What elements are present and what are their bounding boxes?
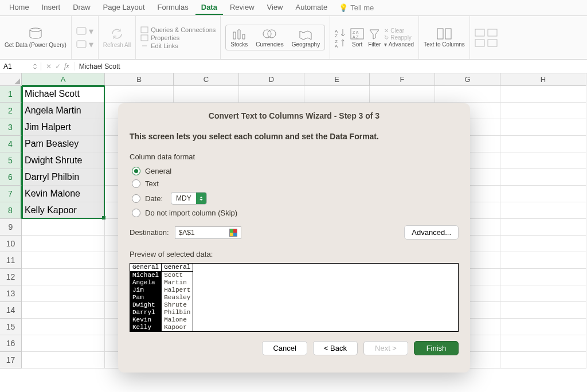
sort-desc-icon[interactable]: ZA (335, 38, 346, 48)
cancel-button[interactable]: Cancel (262, 341, 307, 355)
row-header[interactable]: 14 (0, 302, 22, 319)
text-to-columns-button[interactable]: Text to Columns (424, 28, 465, 48)
col-header-H[interactable]: H (500, 73, 586, 86)
tab-data[interactable]: Data (195, 1, 223, 15)
cell[interactable] (500, 86, 586, 103)
currencies-type[interactable]: Currencies (256, 28, 283, 48)
row-header[interactable]: 3 (0, 119, 22, 136)
cell[interactable] (500, 302, 586, 319)
cell[interactable]: Michael Scott (22, 86, 105, 103)
data-types[interactable]: Stocks Currencies Geography (225, 25, 325, 50)
date-format-select[interactable]: MDY (171, 192, 207, 205)
cell[interactable]: Dwight Shrute (22, 152, 105, 169)
tab-review[interactable]: Review (224, 1, 260, 15)
tab-view[interactable]: View (261, 1, 289, 15)
tab-insert[interactable]: Insert (36, 1, 66, 15)
row-header[interactable]: 5 (0, 152, 22, 169)
tell-me[interactable]: 💡 Tell me (339, 3, 374, 12)
tab-home[interactable]: Home (3, 1, 35, 15)
sort-button[interactable]: Z AA Z Sort (350, 28, 365, 48)
fx-icon[interactable]: fx (64, 62, 69, 70)
refresh-all-button[interactable]: Refresh All (103, 27, 131, 48)
cell[interactable] (500, 119, 586, 136)
cell[interactable] (22, 302, 105, 319)
row-header[interactable]: 1 (0, 86, 22, 103)
range-picker-icon[interactable] (229, 229, 237, 237)
cell[interactable] (500, 269, 586, 285)
flash-fill-icon[interactable] (475, 29, 485, 37)
filter-reapply[interactable]: ↻ Reapply (384, 34, 414, 41)
cell[interactable] (22, 319, 105, 335)
cell[interactable] (304, 86, 370, 103)
radio-general[interactable]: General (132, 167, 459, 175)
cell[interactable] (105, 86, 174, 103)
radio-skip[interactable]: Do not import column (Skip) (132, 209, 459, 217)
cell[interactable] (22, 285, 105, 302)
back-button[interactable]: < Back (313, 341, 358, 355)
stocks-type[interactable]: Stocks (230, 28, 248, 48)
cell[interactable] (22, 269, 105, 285)
cell[interactable] (500, 335, 586, 352)
row-header[interactable]: 12 (0, 269, 22, 285)
get-data-button[interactable]: Get Data (Power Query) (5, 27, 66, 48)
cell[interactable] (22, 352, 105, 369)
cell[interactable] (500, 352, 586, 369)
advanced-button[interactable]: Advanced... (404, 225, 459, 240)
preview-box[interactable]: GeneralGeneralMichaelScottAngelaMartinJi… (130, 263, 459, 332)
row-header[interactable]: 4 (0, 136, 22, 152)
destination-input[interactable]: $A$1 (175, 226, 241, 239)
filter-advanced[interactable]: ▾ Advanced (384, 41, 414, 48)
col-header-C[interactable]: C (174, 73, 239, 86)
col-header-E[interactable]: E (304, 73, 370, 86)
tab-page-layout[interactable]: Page Layout (97, 1, 151, 15)
cell[interactable]: Kelly Kapoor (22, 202, 105, 219)
geography-type[interactable]: Geography (292, 28, 320, 48)
cell[interactable] (239, 86, 304, 103)
row-header[interactable]: 10 (0, 236, 22, 252)
cell[interactable] (22, 252, 105, 269)
tab-automate[interactable]: Automate (290, 1, 334, 15)
formula-content[interactable]: Michael Scott (75, 62, 125, 70)
row-header[interactable]: 17 (0, 352, 22, 369)
remove-dup-icon[interactable] (487, 29, 498, 37)
cell[interactable] (500, 103, 586, 119)
radio-date[interactable]: Date: MDY (132, 192, 459, 205)
cell[interactable] (500, 186, 586, 202)
select-all-corner[interactable] (0, 73, 22, 86)
cell[interactable] (500, 152, 586, 169)
cell[interactable] (500, 169, 586, 186)
filter-button[interactable]: Filter (368, 28, 381, 48)
cell[interactable] (370, 86, 435, 103)
row-header[interactable]: 7 (0, 186, 22, 202)
data-val-icon[interactable] (475, 39, 485, 47)
col-header-G[interactable]: G (435, 73, 500, 86)
cell[interactable]: Kevin Malone (22, 186, 105, 202)
cell[interactable] (22, 236, 105, 252)
cell[interactable] (500, 236, 586, 252)
cell[interactable]: Pam Beasley (22, 136, 105, 152)
col-header-D[interactable]: D (239, 73, 304, 86)
cell[interactable] (500, 219, 586, 236)
finish-button[interactable]: Finish (414, 341, 459, 355)
name-box[interactable]: A1 (0, 62, 41, 70)
sort-asc-icon[interactable]: AZ (335, 28, 346, 37)
cell[interactable] (500, 136, 586, 152)
cell[interactable] (500, 285, 586, 302)
col-header-F[interactable]: F (370, 73, 435, 86)
cell[interactable]: Jim Halpert (22, 119, 105, 136)
filter-clear[interactable]: ✕ Clear (384, 28, 414, 34)
col-header-B[interactable]: B (105, 73, 174, 86)
row-header[interactable]: 11 (0, 252, 22, 269)
cell[interactable] (435, 86, 500, 103)
row-header[interactable]: 15 (0, 319, 22, 335)
tab-formulas[interactable]: Formulas (152, 1, 194, 15)
cancel-formula-icon[interactable]: ✕ (46, 62, 52, 70)
row-header[interactable]: 9 (0, 219, 22, 236)
col-header-A[interactable]: A (22, 73, 105, 86)
row-header[interactable]: 13 (0, 285, 22, 302)
row-header[interactable]: 16 (0, 335, 22, 352)
cell[interactable] (500, 252, 586, 269)
properties[interactable]: Properties (140, 34, 216, 41)
cell[interactable]: Darryl Philbin (22, 169, 105, 186)
row-header[interactable]: 8 (0, 202, 22, 219)
